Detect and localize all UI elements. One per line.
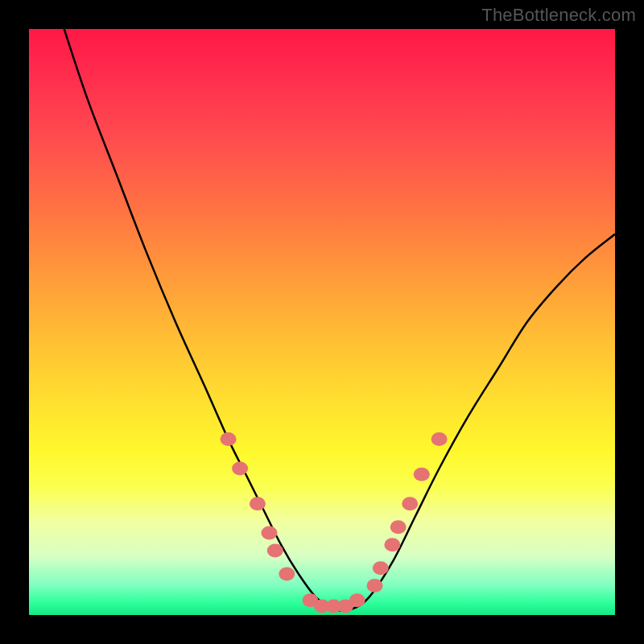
marker-dot (261, 526, 277, 540)
marker-dot (373, 561, 389, 575)
chart-frame: TheBottleneck.com (0, 0, 644, 644)
marker-dot (221, 432, 237, 446)
marker-dot (250, 497, 266, 510)
marker-dot (349, 593, 365, 607)
marker-dot (232, 462, 248, 476)
chart-svg (29, 29, 615, 615)
marker-dot (390, 520, 407, 534)
marker-dot (279, 568, 295, 581)
marker-dot (267, 543, 283, 557)
plot-area (29, 29, 615, 615)
marker-dot (402, 497, 418, 510)
curve-path (64, 29, 615, 611)
marker-dot (431, 432, 448, 446)
marker-dot (384, 538, 400, 551)
watermark-text: TheBottleneck.com (481, 5, 636, 26)
marker-dot (414, 468, 430, 481)
marker-dot (367, 579, 383, 592)
